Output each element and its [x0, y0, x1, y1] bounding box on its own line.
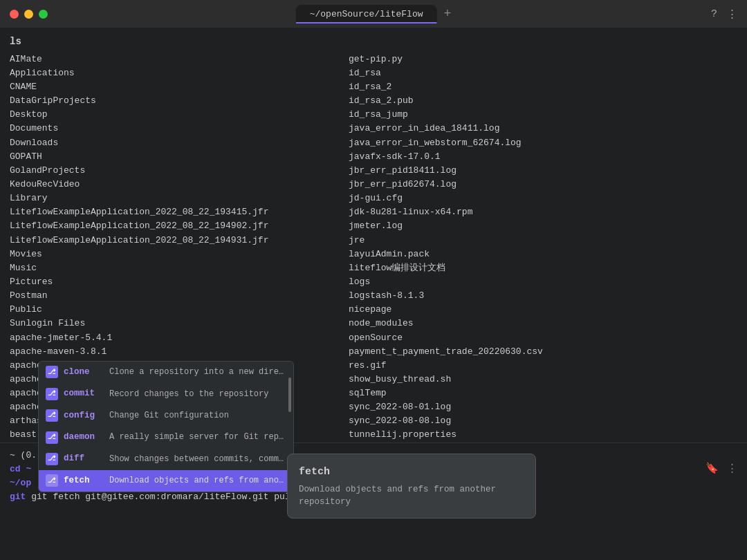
list-item: DataGripProjects	[10, 94, 349, 108]
prompt-dir: cd ~	[10, 463, 31, 476]
list-item: nicepage	[349, 303, 737, 317]
list-item: payment_t_payment_trade_20220630.csv	[349, 345, 737, 359]
prompt-current-dir: ~/op	[10, 476, 31, 490]
list-item: jre	[349, 234, 737, 248]
list-item: id_rsa	[349, 66, 737, 80]
autocomplete-item-daemon[interactable]: ⎇daemonA really simple server for Git re…	[39, 427, 293, 448]
tab-label: ~/openSource/liteFlow	[310, 9, 423, 19]
new-tab-button[interactable]: +	[444, 7, 452, 21]
git-prompt: git	[10, 492, 31, 502]
autocomplete-cmd-label: diff	[64, 452, 104, 465]
traffic-lights	[0, 10, 48, 19]
autocomplete-item-fetch[interactable]: ⎇fetchDownload objects and refs from ano…	[39, 470, 293, 492]
bottom-right-icons: 🔖 ⋮	[706, 461, 737, 477]
autocomplete-item-diff[interactable]: ⎇diffShow changes between commits, commi…	[39, 448, 293, 469]
autocomplete-desc-label: Show changes between commits, commit and	[109, 453, 286, 466]
autocomplete-dropdown[interactable]: ⎇cloneClone a repository into a new dire…	[38, 361, 294, 492]
autocomplete-cmd-label: config	[64, 409, 104, 422]
autocomplete-cmd-label: commit	[64, 387, 104, 400]
list-item: sync_2022-08-01.log	[349, 400, 737, 414]
close-button[interactable]	[10, 10, 19, 19]
list-item: id_rsa_2.pub	[349, 94, 737, 108]
list-item: liteflow编排设计文档	[349, 261, 737, 275]
list-item: Music	[10, 261, 349, 275]
list-item: java_error_in_webstorm_62674.log	[349, 136, 737, 150]
list-item: GolandProjects	[10, 164, 349, 178]
list-item: node_modules	[349, 317, 737, 330]
list-item: show_busy_thread.sh	[349, 373, 737, 386]
list-item: sqlTemp	[349, 386, 737, 400]
list-item: Applications	[10, 66, 349, 80]
list-item: javafx-sdk-17.0.1	[349, 150, 737, 164]
list-item: Sunlogin Files	[10, 317, 349, 330]
list-item: LiteflowExampleApplication_2022_08_22_19…	[10, 234, 349, 248]
list-item: res.gif	[349, 359, 737, 373]
titlebar: ~/openSource/liteFlow + ? ⋮	[0, 0, 747, 28]
list-item: Postman	[10, 289, 349, 303]
list-item: Desktop	[10, 108, 349, 122]
list-item: CNAME	[10, 80, 349, 94]
list-item: get-pip.py	[349, 53, 737, 66]
autocomplete-desc-label: Change Git configuration	[109, 409, 229, 422]
list-item: AIMate	[10, 53, 349, 66]
list-item: KedouRecVideo	[10, 178, 349, 192]
minimize-button[interactable]	[24, 10, 33, 19]
autocomplete-item-clone[interactable]: ⎇cloneClone a repository into a new dire…	[39, 362, 293, 383]
git-icon: ⎇	[46, 409, 58, 422]
list-item: Library	[10, 192, 349, 205]
list-item: java_error_in_idea_18411.log	[349, 122, 737, 136]
list-item: openSource	[349, 331, 737, 345]
title-tab[interactable]: ~/openSource/liteFlow	[296, 5, 437, 24]
list-item: Documents	[10, 122, 349, 136]
git-icon: ⎇	[46, 388, 58, 400]
git-icon: ⎇	[46, 366, 58, 378]
git-icon: ⎇	[46, 453, 58, 465]
list-item: jbr_err_pid18411.log	[349, 164, 737, 178]
autocomplete-cmd-label: fetch	[64, 474, 104, 487]
list-item: jdk-8u281-linux-x64.rpm	[349, 205, 737, 219]
terminal[interactable]: ls AIMateApplicationsCNAMEDataGripProjec…	[0, 28, 747, 560]
autocomplete-item-config[interactable]: ⎇configChange Git configuration	[39, 405, 293, 427]
list-item: layuiAdmin.pack	[349, 248, 737, 261]
maximize-button[interactable]	[39, 10, 48, 19]
autocomplete-desc-label: A really simple server for Git repositor…	[109, 431, 286, 444]
ls-command: ls	[10, 35, 737, 50]
tooltip-title: fetch	[299, 464, 524, 480]
autocomplete-desc-label: Download objects and refs from another r…	[109, 474, 286, 487]
list-item: apache-jmeter-5.4.1	[10, 331, 349, 345]
autocomplete-desc-label: Clone a repository into a new directory	[109, 366, 286, 379]
tab-underline	[296, 22, 437, 24]
titlebar-title: ~/openSource/liteFlow +	[296, 5, 452, 24]
fetch-tooltip: fetch Download objects and refs from ano…	[287, 454, 536, 519]
options-icon[interactable]: ⋮	[727, 461, 737, 477]
list-item: Public	[10, 303, 349, 317]
list-item: sync_2022-08-08.log	[349, 414, 737, 428]
list-item: Pictures	[10, 275, 349, 289]
list-item: tunnellij.properties	[349, 428, 737, 442]
list-item: jd-gui.cfg	[349, 192, 737, 205]
list-item: logs	[349, 275, 737, 289]
help-icon[interactable]: ?	[711, 8, 717, 20]
menu-icon[interactable]: ⋮	[727, 8, 737, 21]
autocomplete-desc-label: Record changes to the repository	[109, 388, 268, 401]
autocomplete-item-commit[interactable]: ⎇commitRecord changes to the repository	[39, 383, 293, 404]
list-item: id_rsa_2	[349, 80, 737, 94]
list-item: logstash-8.1.3	[349, 289, 737, 303]
git-icon: ⎇	[46, 474, 58, 487]
titlebar-actions: ? ⋮	[711, 8, 737, 21]
autocomplete-cmd-label: daemon	[64, 431, 104, 444]
list-item: LiteflowExampleApplication_2022_08_22_19…	[10, 205, 349, 219]
list-item: LiteflowExampleApplication_2022_08_22_19…	[10, 219, 349, 233]
list-item: id_rsa_jump	[349, 108, 737, 122]
list-item: Movies	[10, 248, 349, 261]
list-item: GOPATH	[10, 150, 349, 164]
tooltip-description: Download objects and refs from another r…	[299, 484, 524, 508]
list-item: jbr_err_pid62674.log	[349, 178, 737, 192]
list-item: Downloads	[10, 136, 349, 150]
list-item: apache-maven-3.8.1	[10, 345, 349, 359]
list-item: jmeter.log	[349, 219, 737, 233]
git-icon: ⎇	[46, 431, 58, 444]
bookmark-icon[interactable]: 🔖	[706, 461, 719, 477]
scrollbar-thumb	[288, 377, 291, 412]
autocomplete-cmd-label: clone	[64, 366, 104, 379]
